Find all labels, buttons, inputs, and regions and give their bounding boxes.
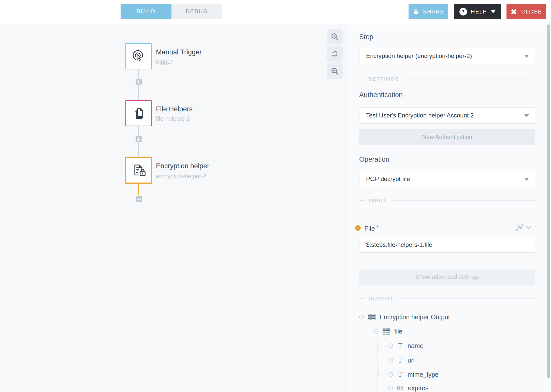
node-subtitle-file-helpers: file-helpers-1 xyxy=(156,115,190,122)
string-type-icon xyxy=(397,371,403,378)
output-radio[interactable] xyxy=(388,386,393,390)
output-tree-row-root: Encryption helper Output xyxy=(359,312,450,322)
tree-guide-line xyxy=(363,325,363,392)
output-tree-row-file: file xyxy=(374,327,402,336)
field-collapse-chevron-icon[interactable] xyxy=(526,226,531,230)
node-file-helpers[interactable] xyxy=(125,100,152,126)
close-button-label: CLOSE xyxy=(521,8,542,15)
operation-select-value: PGP decrypt file xyxy=(366,175,410,183)
output-tree-row-name: name xyxy=(388,341,424,350)
section-rule-left xyxy=(359,298,365,299)
output-tree-label: name xyxy=(408,342,424,350)
encryption-helper-icon xyxy=(131,163,146,178)
close-x-icon xyxy=(510,8,517,15)
step-select-value: Encryption helper (encryption-helper-2) xyxy=(366,52,472,59)
object-type-icon xyxy=(383,328,390,335)
add-step-button-2[interactable] xyxy=(136,136,142,142)
operation-select[interactable]: PGP decrypt file xyxy=(359,171,535,187)
node-title-file-helpers: File Helpers xyxy=(156,105,193,113)
step-properties-panel: Step Encryption helper (encryption-helpe… xyxy=(348,24,551,392)
node-subtitle-manual-trigger: trigger xyxy=(156,58,172,65)
show-advanced-settings-label: Show advanced settings xyxy=(415,274,479,280)
output-tree-label: mime_type xyxy=(408,371,439,378)
authentication-select-value: Test User's Encryption helper Account 2 xyxy=(366,112,474,119)
settings-section-label: SETTINGS xyxy=(368,76,399,82)
node-title-manual-trigger: Manual Trigger xyxy=(156,48,202,56)
share-button-label: SHARE xyxy=(423,8,444,15)
string-type-icon xyxy=(397,342,403,349)
plus-icon xyxy=(137,138,140,141)
settings-section-header: SETTINGS xyxy=(359,76,535,82)
node-title-encryption-helper: Encryption helper xyxy=(156,162,209,170)
plus-icon xyxy=(137,80,140,84)
lock-icon xyxy=(413,8,419,15)
workflow-canvas[interactable]: Manual Trigger trigger File Helpers file… xyxy=(0,24,348,392)
authentication-select[interactable]: Test User's Encryption helper Account 2 xyxy=(359,107,535,124)
zoom-in-button[interactable] xyxy=(327,29,343,44)
output-tree-label: file xyxy=(394,328,402,335)
tree-branch-tick xyxy=(377,374,380,375)
reset-zoom-button[interactable] xyxy=(327,46,343,62)
zoom-in-icon xyxy=(331,33,339,41)
caret-down-icon xyxy=(491,10,496,13)
file-field-label: File* xyxy=(364,224,379,233)
output-radio[interactable] xyxy=(388,343,393,348)
tab-debug[interactable]: DEBUG xyxy=(171,4,222,19)
node-manual-trigger[interactable] xyxy=(125,43,152,69)
jsonpath-connector-icon[interactable] xyxy=(515,223,524,233)
build-debug-toggle: BUILD DEBUG xyxy=(121,4,222,19)
share-button[interactable]: SHARE xyxy=(409,4,448,19)
tree-branch-tick xyxy=(377,360,380,360)
node-subtitle-encryption-helper: encryption-helper-2 xyxy=(156,173,206,180)
output-radio[interactable] xyxy=(388,372,393,377)
operation-label: Operation xyxy=(359,156,389,163)
number-type-icon: 66 xyxy=(397,385,404,391)
section-rule-left xyxy=(359,79,365,79)
output-section-header: OUTPUT xyxy=(359,296,535,302)
help-button[interactable]: ? HELP xyxy=(454,4,501,19)
file-input[interactable] xyxy=(359,237,535,253)
output-tree-label: Encryption helper Output xyxy=(380,313,450,321)
section-rule-right xyxy=(391,200,535,201)
zoom-out-button[interactable] xyxy=(327,63,343,79)
close-button[interactable]: CLOSE xyxy=(506,4,546,19)
output-radio[interactable] xyxy=(388,358,393,363)
show-advanced-settings-button[interactable]: Show advanced settings xyxy=(359,269,535,285)
output-radio[interactable] xyxy=(359,315,364,319)
file-helpers-icon xyxy=(131,106,146,121)
caret-down-icon xyxy=(524,178,529,181)
caret-down-icon xyxy=(524,55,529,58)
new-authentication-button[interactable]: New Authentication xyxy=(359,129,535,145)
output-tree-row-mime-type: mime_type xyxy=(388,370,439,379)
top-header-bar: BUILD DEBUG SHARE ? HELP CLOSE xyxy=(0,0,551,24)
input-section-label: INPUT xyxy=(368,198,387,204)
zoom-out-icon xyxy=(331,67,339,75)
workflow-builder-page: BUILD DEBUG SHARE ? HELP CLOSE xyxy=(0,0,551,392)
refresh-icon xyxy=(331,50,339,58)
output-tree-label: expires xyxy=(408,384,429,392)
output-radio[interactable] xyxy=(374,329,379,334)
section-rule-left xyxy=(359,200,365,201)
step-section-title: Step xyxy=(359,33,373,41)
panel-scrollbar-track[interactable] xyxy=(546,24,551,392)
tree-branch-tick xyxy=(363,331,366,331)
authentication-label: Authentication xyxy=(359,91,403,99)
panel-scrollbar-thumb[interactable] xyxy=(547,24,550,378)
add-step-button-3[interactable] xyxy=(136,196,142,202)
input-section-header: INPUT xyxy=(359,198,535,204)
section-rule-right xyxy=(397,298,535,299)
tab-build[interactable]: BUILD xyxy=(121,4,171,19)
manual-trigger-icon xyxy=(131,49,146,64)
tree-branch-tick xyxy=(377,345,380,346)
string-type-icon xyxy=(397,357,403,364)
step-select[interactable]: Encryption helper (encryption-helper-2) xyxy=(359,48,535,64)
object-type-icon xyxy=(368,314,375,320)
connector-line-3 xyxy=(138,184,139,195)
output-tree-label: url xyxy=(408,357,415,364)
node-encryption-helper[interactable] xyxy=(125,157,152,184)
caret-down-icon xyxy=(524,114,529,117)
tree-guide-line xyxy=(377,338,378,392)
output-section-label: OUTPUT xyxy=(368,296,393,302)
new-authentication-label: New Authentication xyxy=(422,134,472,141)
add-step-button-1[interactable] xyxy=(136,79,142,85)
